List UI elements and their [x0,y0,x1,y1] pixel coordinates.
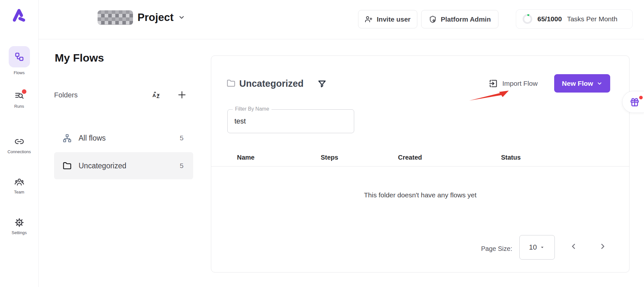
chevron-down-icon [597,81,602,86]
panel-folder-title: Uncategorized [239,78,304,89]
add-folder-button[interactable] [177,90,187,100]
project-switcher[interactable]: Project [98,10,185,25]
folder-count: 5 [180,162,184,170]
tasks-usage-badge[interactable]: 65/1000 Tasks Per Month [516,9,633,29]
table-header-steps: Steps [321,154,338,161]
folder-icon [63,162,71,170]
table-header-created: Created [398,154,422,161]
page-size-label: Page Size: [481,245,512,252]
table-header-name: Name [237,154,254,161]
page-title: My Flows [55,52,104,64]
next-page-button[interactable] [599,242,607,251]
tasks-label: Tasks Per Month [567,15,617,23]
network-icon [63,134,71,143]
app-logo-icon[interactable] [12,8,26,23]
runs-notification-dot [22,89,26,94]
team-icon [14,177,24,187]
sidebar-item-runs[interactable]: Runs [0,91,38,109]
folder-item-uncategorized[interactable]: Uncategorized 5 [54,152,193,179]
tasks-progress-ring [523,14,532,24]
sidebar-item-label: Settings [12,230,27,235]
sidebar-item-label: Runs [14,104,24,109]
runs-icon [14,91,24,101]
invite-user-button[interactable]: Invite user [358,10,417,28]
sidebar-item-label: Connections [7,149,31,154]
workflow-icon [14,52,24,62]
table-divider [211,166,629,167]
flows-panel: Uncategorized Import Flow New Flow [211,55,630,272]
shield-admin-icon [429,15,437,23]
sidebar-item-flows[interactable]: Flows [0,46,38,75]
filter-by-name-input[interactable] [228,110,354,133]
sort-az-icon[interactable]: A Z [152,91,161,100]
import-flow-button[interactable]: Import Flow [489,79,538,88]
flows-active-tile [9,46,30,67]
project-name-label: Project [137,10,174,25]
sidebar: Flows Runs Connections [0,0,39,287]
previous-page-button[interactable] [569,242,578,251]
platform-admin-button[interactable]: Platform Admin [421,10,498,28]
platform-admin-label: Platform Admin [441,15,491,23]
top-header: Project Invite user Platform Admin [39,0,644,39]
sidebar-item-label: Flows [14,70,25,75]
new-flow-button[interactable]: New Flow [554,74,610,93]
filter-by-name-field: Filter By Name [227,109,354,133]
filter-field-label: Filter By Name [233,106,271,112]
whats-new-tab[interactable] [622,91,644,113]
app-root: Flows Runs Connections [0,0,644,287]
table-header-status: Status [501,154,521,161]
user-plus-icon [365,15,373,23]
new-flow-label: New Flow [562,80,593,87]
link-icon [14,137,24,146]
sidebar-item-settings[interactable]: Settings [0,218,38,235]
folder-item-all-flows[interactable]: All flows 5 [54,127,193,149]
sidebar-item-connections[interactable]: Connections [0,137,38,154]
censored-project-name [98,10,133,25]
empty-state-message: This folder doesn't have any flows yet [211,191,629,199]
sidebar-item-label: Team [14,190,24,194]
svg-text:A: A [152,93,156,98]
tasks-count: 65/1000 [537,15,562,23]
folder-icon [227,79,235,88]
sidebar-item-team[interactable]: Team [0,177,38,194]
page-size-select[interactable]: 10 [519,235,555,260]
folder-label: All flows [79,134,106,143]
folder-label: Uncategorized [79,162,126,170]
page-size-value: 10 [529,243,537,252]
import-flow-label: Import Flow [502,80,538,87]
filter-funnel-icon[interactable] [317,79,327,88]
gear-icon [14,218,24,227]
select-caret-icon [539,244,545,250]
chevron-down-icon [178,14,185,21]
invite-user-label: Invite user [377,15,411,23]
folders-heading: Folders [54,91,78,99]
import-icon [489,79,498,88]
gift-icon [630,97,639,107]
gift-notification-dot [639,96,643,99]
folder-count: 5 [180,134,184,142]
